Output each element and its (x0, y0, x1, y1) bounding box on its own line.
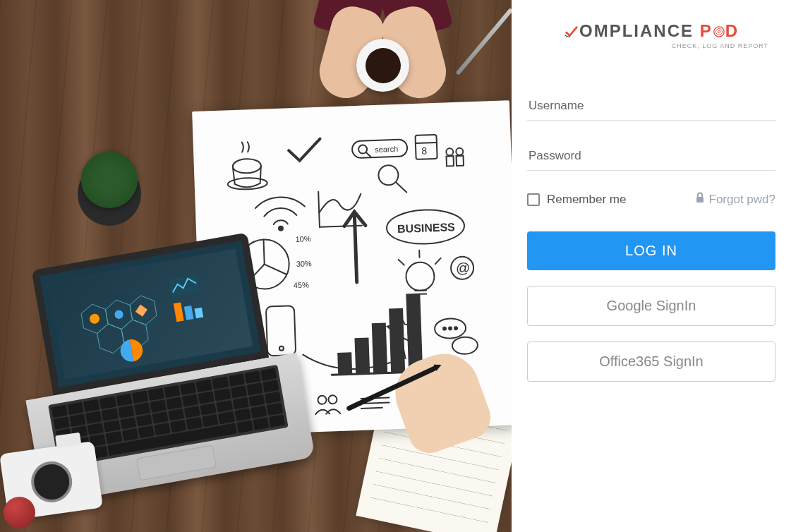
forgot-password-label: Forgot pwd? (709, 193, 776, 207)
remember-me-label: Remember me (547, 193, 626, 207)
svg-text:@: @ (456, 260, 471, 276)
google-signin-button[interactable]: Google SignIn (527, 286, 775, 326)
svg-point-13 (279, 226, 283, 231)
svg-line-14 (318, 192, 320, 227)
svg-rect-43 (390, 309, 404, 373)
svg-text:8: 8 (421, 145, 428, 156)
svg-text:search: search (375, 145, 398, 154)
svg-rect-70 (135, 305, 147, 317)
svg-point-11 (456, 148, 463, 155)
svg-line-17 (396, 181, 407, 193)
svg-point-57 (443, 327, 446, 330)
svg-point-28 (406, 262, 435, 291)
svg-point-0 (233, 159, 262, 174)
svg-point-75 (713, 27, 723, 37)
svg-rect-72 (174, 303, 184, 322)
svg-line-7 (416, 143, 437, 143)
brand-letter-d: D (725, 21, 739, 40)
forgot-password-link[interactable]: Forgot pwd? (695, 192, 776, 207)
login-button[interactable]: LOG IN (527, 231, 775, 270)
svg-rect-78 (696, 197, 704, 202)
office365-signin-button[interactable]: Office365 SignIn (527, 341, 775, 382)
brand-logo: OMPLIANCE P D CHECK, LOG AND REPORT (527, 21, 775, 49)
brand-letter-p: P (700, 21, 713, 40)
checkbox-icon (527, 193, 540, 206)
svg-line-62 (361, 408, 382, 409)
svg-point-56 (452, 337, 478, 354)
svg-text:BUSINESS: BUSINESS (397, 221, 456, 235)
svg-point-9 (446, 148, 453, 155)
check-hand-icon (564, 25, 579, 40)
svg-point-68 (89, 313, 100, 325)
brand-name-part1: OMPLIANCE (579, 21, 694, 40)
login-panel: OMPLIANCE P D CHECK, LOG AND REPORT Reme… (512, 0, 791, 532)
svg-point-69 (114, 310, 123, 320)
svg-point-77 (718, 30, 720, 33)
lock-icon (695, 192, 705, 207)
svg-line-29 (415, 291, 426, 291)
svg-text:30%: 30% (296, 259, 313, 268)
password-input[interactable] (527, 142, 775, 171)
svg-point-76 (715, 29, 722, 35)
fingerprint-o-icon (713, 23, 725, 35)
apple-illustration (4, 497, 35, 528)
svg-text:10%: 10% (295, 234, 311, 243)
svg-point-53 (318, 396, 326, 404)
username-input[interactable] (527, 92, 775, 121)
svg-rect-74 (194, 308, 203, 319)
svg-rect-73 (184, 306, 194, 320)
svg-line-33 (435, 258, 441, 264)
hero-image-panel: search 8 20 % (0, 0, 512, 532)
brand-tagline: CHECK, LOG AND REPORT (527, 42, 775, 49)
svg-rect-10 (447, 156, 454, 166)
svg-point-58 (449, 327, 452, 330)
svg-line-32 (399, 260, 404, 265)
coffee-cup-illustration (356, 39, 409, 92)
svg-point-54 (328, 395, 337, 404)
svg-rect-12 (457, 156, 464, 166)
svg-text:45%: 45% (294, 280, 310, 289)
plant-illustration (71, 148, 148, 226)
svg-line-4 (366, 152, 370, 157)
remember-me-checkbox[interactable]: Remember me (527, 193, 626, 207)
svg-rect-40 (338, 353, 351, 375)
svg-point-59 (454, 327, 457, 330)
